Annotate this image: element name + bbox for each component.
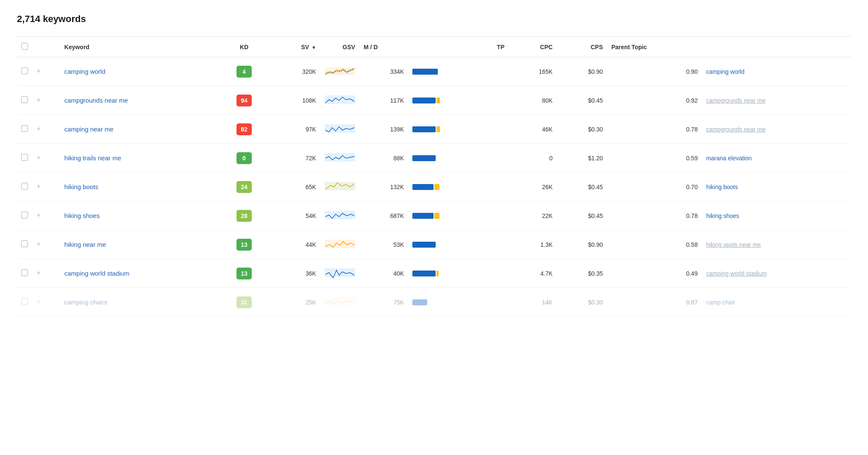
add-row-button[interactable]: + <box>36 240 41 248</box>
header-checkbox-col <box>17 37 32 57</box>
keyword-link[interactable]: camping world stadium <box>64 270 129 277</box>
row-checkbox[interactable] <box>21 183 28 190</box>
gsv-cell: 88K <box>359 144 408 173</box>
parent-topic-link[interactable]: hiking boots <box>706 184 738 190</box>
keyword-cell: hiking shoes <box>60 201 219 230</box>
add-row-cell: + <box>32 57 60 86</box>
header-cpc: CPC <box>509 37 557 57</box>
add-row-button[interactable]: + <box>36 67 41 75</box>
keyword-link[interactable]: camping chairs <box>64 299 107 306</box>
sparkline-chart <box>325 93 355 106</box>
table-row: +camping world4320K334K 165K$0.900.90cam… <box>17 57 851 86</box>
sv-cell: 54K <box>270 201 320 230</box>
keyword-link[interactable]: hiking trails near me <box>64 154 121 162</box>
md-blue-bar <box>412 126 436 132</box>
sv-cell: 44K <box>270 230 320 259</box>
parent-topic-cell: marana elevation <box>702 144 851 173</box>
row-checkbox[interactable] <box>21 212 28 218</box>
md-blue-bar <box>412 155 436 161</box>
keyword-link[interactable]: campgrounds near me <box>64 97 128 104</box>
table-row: +camping chairs3125K75K 14K$0.300.87camp… <box>17 288 851 317</box>
row-checkbox[interactable] <box>21 240 28 247</box>
parent-topic-link[interactable]: camp chair <box>706 299 735 306</box>
add-row-button[interactable]: + <box>36 182 41 191</box>
select-all-checkbox[interactable] <box>21 43 28 50</box>
parent-topic-cell: hiking spots near me <box>702 230 851 259</box>
parent-topic-cell: hiking shoes <box>702 201 851 230</box>
row-checkbox[interactable] <box>21 269 28 276</box>
add-row-button[interactable]: + <box>36 298 41 306</box>
parent-topic-cell: camping world stadium <box>702 259 851 288</box>
gsv-cell: 40K <box>359 259 408 288</box>
keyword-cell: camping chairs <box>60 288 219 317</box>
parent-topic-link[interactable]: hiking spots near me <box>706 241 761 248</box>
cps-cell: 0.92 <box>607 86 702 115</box>
row-checkbox-cell <box>17 115 32 144</box>
kd-cell: 24 <box>219 173 270 201</box>
keyword-link[interactable]: camping near me <box>64 126 114 133</box>
parent-topic-link[interactable]: campgrounds near me <box>706 126 765 133</box>
row-checkbox[interactable] <box>21 96 28 103</box>
parent-topic-link[interactable]: camping world <box>706 68 744 75</box>
md-cell <box>408 201 509 230</box>
cpc-cell: $0.90 <box>557 57 607 86</box>
keyword-cell: campgrounds near me <box>60 86 219 115</box>
cpc-cell: $0.30 <box>557 288 607 317</box>
gsv-cell: 139K <box>359 115 408 144</box>
tp-cell: 1.3K <box>509 230 557 259</box>
keyword-link[interactable]: hiking boots <box>64 183 98 190</box>
keyword-cell: hiking near me <box>60 230 219 259</box>
sparkline-chart <box>325 122 355 135</box>
add-row-button[interactable]: + <box>36 154 41 162</box>
sparkline-chart <box>325 64 355 78</box>
row-checkbox[interactable] <box>21 298 28 305</box>
keywords-table: Keyword KD SV ▼ GSV M / D TP CPC CPS Par… <box>17 36 851 317</box>
sparkline-cell <box>320 259 359 288</box>
kd-cell: 94 <box>219 86 270 115</box>
kd-badge: 13 <box>236 268 252 279</box>
header-sv[interactable]: SV ▼ <box>270 37 320 57</box>
cpc-cell: $0.45 <box>557 201 607 230</box>
parent-topic-link[interactable]: camping world stadium <box>706 270 767 277</box>
header-kd: KD <box>219 37 270 57</box>
parent-topic-link[interactable]: campgrounds near me <box>706 97 765 104</box>
sparkline-chart <box>325 266 355 279</box>
cps-cell: 0.58 <box>607 230 702 259</box>
parent-topic-link[interactable]: hiking shoes <box>706 212 739 219</box>
keyword-link[interactable]: hiking near me <box>64 241 106 248</box>
kd-badge: 82 <box>236 123 252 135</box>
add-row-button[interactable]: + <box>36 211 41 220</box>
md-blue-bar <box>412 69 438 75</box>
sv-cell: 108K <box>270 86 320 115</box>
table-row: +camping near me8297K139K 46K$0.300.78ca… <box>17 115 851 144</box>
cps-cell: 0.90 <box>607 57 702 86</box>
row-checkbox[interactable] <box>21 125 28 132</box>
sv-cell: 72K <box>270 144 320 173</box>
add-row-button[interactable]: + <box>36 96 41 104</box>
row-checkbox[interactable] <box>21 154 28 161</box>
kd-cell: 82 <box>219 115 270 144</box>
md-blue-bar <box>412 299 427 305</box>
table-row: +hiking shoes2854K687K 22K$0.450.78hikin… <box>17 201 851 230</box>
add-row-button[interactable]: + <box>36 269 41 277</box>
header-add-col <box>32 37 60 57</box>
tp-cell: 26K <box>509 173 557 201</box>
keyword-link[interactable]: hiking shoes <box>64 212 100 219</box>
md-yellow-bar <box>437 271 439 276</box>
gsv-cell: 53K <box>359 230 408 259</box>
row-checkbox[interactable] <box>21 67 28 74</box>
add-row-cell: + <box>32 288 60 317</box>
add-row-button[interactable]: + <box>36 125 41 133</box>
gsv-cell: 687K <box>359 201 408 230</box>
add-row-cell: + <box>32 201 60 230</box>
sparkline-chart <box>325 151 355 164</box>
keyword-cell: camping world <box>60 57 219 86</box>
md-bar <box>412 242 451 248</box>
sv-cell: 97K <box>270 115 320 144</box>
kd-cell: 13 <box>219 230 270 259</box>
keyword-link[interactable]: camping world <box>64 68 106 75</box>
parent-topic-link[interactable]: marana elevation <box>706 155 751 162</box>
parent-topic-cell: campgrounds near me <box>702 86 851 115</box>
header-tp: TP <box>408 37 509 57</box>
table-row: +campgrounds near me94108K117K 80K$0.450… <box>17 86 851 115</box>
